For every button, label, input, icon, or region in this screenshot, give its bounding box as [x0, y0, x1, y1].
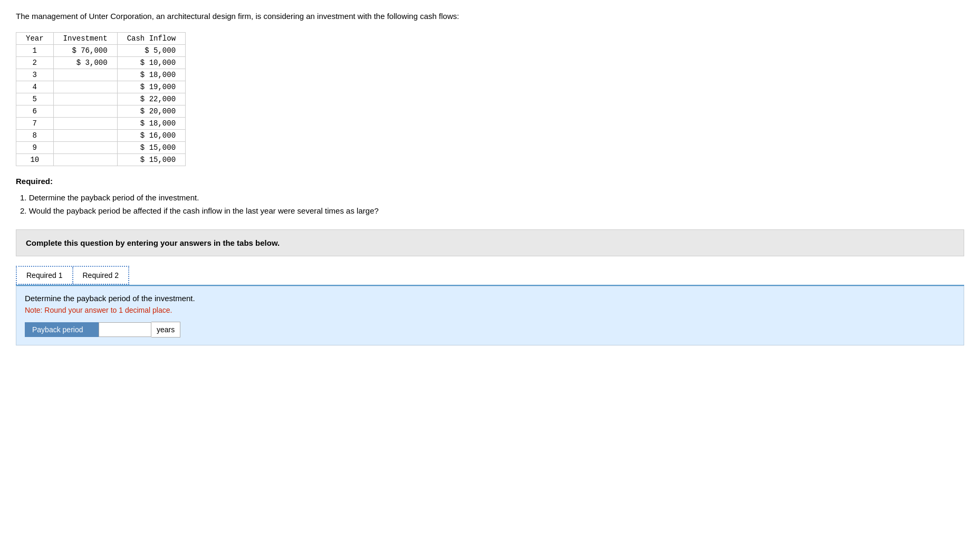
tab-required-1[interactable]: Required 1 — [17, 267, 73, 284]
cell-year: 9 — [16, 141, 54, 153]
cell-year: 10 — [16, 153, 54, 166]
requirement-2: 2. Would the payback period be affected … — [20, 204, 964, 218]
requirements-list: 1. Determine the payback period of the i… — [16, 191, 964, 218]
cell-investment: $ 76,000 — [53, 44, 117, 56]
cell-cash-inflow: $ 10,000 — [117, 56, 185, 69]
cell-year: 8 — [16, 129, 54, 141]
table-row: 2$ 3,000$ 10,000 — [16, 56, 186, 69]
cell-cash-inflow: $ 22,000 — [117, 93, 185, 105]
col-header-cash-inflow: Cash Inflow — [117, 32, 185, 44]
tab-note: Note: Round your answer to 1 decimal pla… — [25, 306, 955, 314]
cell-investment — [53, 153, 117, 166]
tab-description: Determine the payback period of the inve… — [25, 294, 955, 303]
intro-text: The management of Unter Corporation, an … — [16, 11, 964, 23]
requirement-1: 1. Determine the payback period of the i… — [20, 191, 964, 205]
payback-period-input[interactable] — [99, 322, 151, 337]
answer-label: Payback period — [25, 322, 99, 337]
cell-investment — [53, 105, 117, 117]
table-row: 8$ 16,000 — [16, 129, 186, 141]
cash-flow-table: Year Investment Cash Inflow 1$ 76,000$ 5… — [16, 32, 186, 166]
cell-cash-inflow: $ 5,000 — [117, 44, 185, 56]
cell-year: 2 — [16, 56, 54, 69]
tab-required-2[interactable]: Required 2 — [73, 267, 129, 284]
table-row: 5$ 22,000 — [16, 93, 186, 105]
cell-year: 6 — [16, 105, 54, 117]
cell-cash-inflow: $ 16,000 — [117, 129, 185, 141]
tabs-container: Required 1 Required 2 — [16, 266, 129, 285]
table-row: 10$ 15,000 — [16, 153, 186, 166]
answer-row: Payback period years — [25, 322, 955, 338]
table-row: 7$ 18,000 — [16, 117, 186, 129]
cell-investment — [53, 117, 117, 129]
cell-year: 7 — [16, 117, 54, 129]
cell-cash-inflow: $ 15,000 — [117, 153, 185, 166]
cell-investment — [53, 129, 117, 141]
complete-banner: Complete this question by entering your … — [16, 229, 964, 256]
cell-cash-inflow: $ 15,000 — [117, 141, 185, 153]
table-row: 1$ 76,000$ 5,000 — [16, 44, 186, 56]
cell-cash-inflow: $ 18,000 — [117, 117, 185, 129]
required-heading: Required: — [16, 177, 964, 186]
answer-unit: years — [151, 322, 180, 338]
cell-cash-inflow: $ 20,000 — [117, 105, 185, 117]
cell-year: 4 — [16, 81, 54, 93]
cell-cash-inflow: $ 19,000 — [117, 81, 185, 93]
table-row: 3$ 18,000 — [16, 69, 186, 81]
col-header-year: Year — [16, 32, 54, 44]
table-row: 4$ 19,000 — [16, 81, 186, 93]
col-header-investment: Investment — [53, 32, 117, 44]
cell-investment — [53, 141, 117, 153]
tab-content-required1: Determine the payback period of the inve… — [16, 286, 964, 345]
cell-year: 3 — [16, 69, 54, 81]
cell-investment — [53, 93, 117, 105]
cell-year: 1 — [16, 44, 54, 56]
cell-year: 5 — [16, 93, 54, 105]
cell-investment — [53, 81, 117, 93]
table-row: 6$ 20,000 — [16, 105, 186, 117]
cell-investment — [53, 69, 117, 81]
cell-cash-inflow: $ 18,000 — [117, 69, 185, 81]
table-row: 9$ 15,000 — [16, 141, 186, 153]
tabs-row: Required 1 Required 2 — [16, 266, 964, 286]
cell-investment: $ 3,000 — [53, 56, 117, 69]
